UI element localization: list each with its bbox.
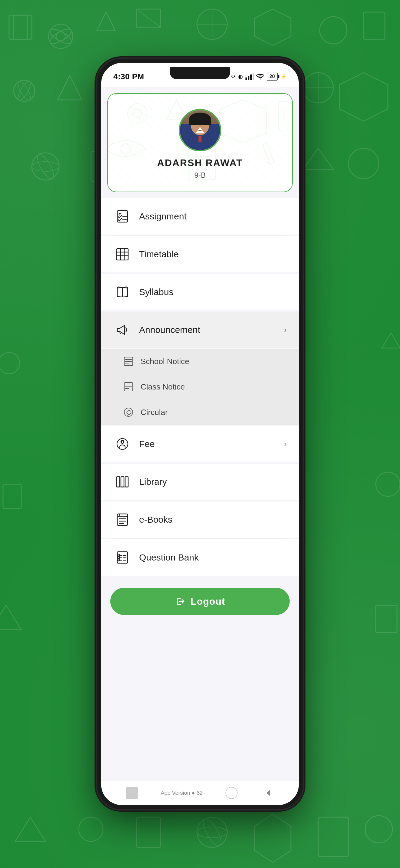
menu-list: Assignment Timetable xyxy=(101,198,299,576)
class-notice-label: Class Notice xyxy=(141,382,185,392)
svg-point-2 xyxy=(49,24,73,49)
menu-item-assignment[interactable]: Assignment xyxy=(101,198,299,235)
logout-section: Logout xyxy=(101,579,299,621)
separator-1 xyxy=(113,235,287,236)
logout-button[interactable]: Logout xyxy=(110,588,290,615)
separator-7 xyxy=(113,538,287,539)
svg-marker-27 xyxy=(339,73,388,121)
svg-point-94 xyxy=(124,408,133,416)
phone-screen: 4:30 PM ⟳ ◐ xyxy=(101,63,299,805)
svg-rect-109 xyxy=(117,552,127,563)
svg-rect-70 xyxy=(199,159,204,164)
menu-item-library[interactable]: Library xyxy=(101,464,299,500)
svg-marker-50 xyxy=(0,605,21,629)
assignment-label: Assignment xyxy=(139,211,287,221)
ebooks-label: e-Books xyxy=(139,515,287,525)
fee-label: Fee xyxy=(139,439,284,449)
separator-5 xyxy=(113,463,287,463)
assignment-icon xyxy=(113,207,132,225)
svg-marker-6 xyxy=(97,12,115,30)
logout-label: Logout xyxy=(191,596,225,607)
bottom-bar: App Version ● 62 xyxy=(101,781,299,805)
svg-point-65 xyxy=(283,109,292,123)
phone-frame: 4:30 PM ⟳ ◐ xyxy=(97,59,303,809)
school-notice-icon xyxy=(122,355,135,367)
svg-point-40 xyxy=(197,817,227,847)
syllabus-label: Syllabus xyxy=(139,287,287,297)
svg-rect-1 xyxy=(13,15,32,39)
svg-rect-0 xyxy=(9,15,27,39)
svg-point-13 xyxy=(13,80,35,101)
status-icons: ⟳ ◐ 20 xyxy=(231,73,287,81)
back-button[interactable] xyxy=(261,785,276,801)
library-icon xyxy=(113,473,132,491)
submenu-item-school-notice[interactable]: School Notice xyxy=(101,349,299,374)
syllabus-icon xyxy=(113,283,132,301)
svg-marker-35 xyxy=(303,148,333,169)
svg-point-46 xyxy=(0,352,20,374)
svg-point-36 xyxy=(348,148,379,179)
profile-section: ADARSH RAWAT 9-B xyxy=(107,93,293,192)
app-content[interactable]: ADARSH RAWAT 9-B xyxy=(101,87,299,781)
svg-point-42 xyxy=(200,816,224,848)
svg-marker-16 xyxy=(58,76,82,100)
menu-item-question-bank[interactable]: Question Bank xyxy=(101,539,299,576)
version-text: App Version ● 62 xyxy=(161,790,203,796)
svg-rect-99 xyxy=(117,477,120,487)
fee-icon xyxy=(113,435,132,453)
menu-item-announcement[interactable]: Announcement › xyxy=(101,312,299,348)
class-notice-icon xyxy=(122,381,135,393)
svg-marker-47 xyxy=(382,333,400,348)
svg-point-29 xyxy=(32,162,59,171)
orientation-icon: ⟳ xyxy=(231,73,236,80)
battery-icon: 20 ⚡ xyxy=(267,73,287,81)
do-not-disturb-icon: ◐ xyxy=(238,73,243,80)
svg-marker-37 xyxy=(15,817,46,841)
school-notice-label: School Notice xyxy=(141,357,189,366)
separator-4 xyxy=(113,425,287,425)
logout-icon xyxy=(175,596,186,607)
svg-point-49 xyxy=(376,472,400,496)
menu-item-syllabus[interactable]: Syllabus xyxy=(101,274,299,310)
svg-rect-53 xyxy=(248,76,249,80)
library-label: Library xyxy=(139,477,287,487)
svg-line-8 xyxy=(136,9,161,27)
svg-point-41 xyxy=(197,827,227,838)
svg-rect-69 xyxy=(192,159,197,164)
svg-point-45 xyxy=(365,816,393,843)
svg-rect-78 xyxy=(117,248,128,260)
svg-marker-43 xyxy=(255,814,291,863)
svg-rect-117 xyxy=(118,557,120,558)
svg-rect-71 xyxy=(206,159,211,164)
circular-label: Circular xyxy=(141,408,168,417)
fee-arrow: › xyxy=(284,439,287,449)
menu-item-fee[interactable]: Fee › xyxy=(101,426,299,462)
menu-item-ebooks[interactable]: e-Books xyxy=(101,501,299,538)
svg-point-61 xyxy=(127,105,148,121)
svg-rect-101 xyxy=(125,477,128,487)
timetable-icon xyxy=(113,245,132,263)
home-indicator xyxy=(124,785,139,801)
svg-point-30 xyxy=(34,152,57,181)
svg-rect-44 xyxy=(318,817,348,857)
submenu-item-class-notice[interactable]: Class Notice xyxy=(101,374,299,400)
submenu-item-circular[interactable]: Circular xyxy=(101,400,299,425)
svg-rect-48 xyxy=(3,484,21,508)
svg-rect-118 xyxy=(118,559,120,561)
svg-rect-54 xyxy=(250,74,252,80)
home-circle xyxy=(224,785,239,801)
announcement-submenu: School Notice Class Notice xyxy=(101,349,299,425)
separator-3 xyxy=(113,311,287,311)
separator-2 xyxy=(113,273,287,273)
notch xyxy=(170,67,230,79)
svg-rect-51 xyxy=(376,605,397,632)
signal-icon xyxy=(246,73,254,80)
svg-rect-100 xyxy=(121,477,124,487)
announcement-icon xyxy=(113,321,132,339)
wifi-icon xyxy=(256,73,264,80)
svg-point-28 xyxy=(32,153,59,180)
svg-rect-64 xyxy=(278,102,292,131)
svg-marker-119 xyxy=(266,790,270,796)
menu-item-timetable[interactable]: Timetable xyxy=(101,236,299,272)
svg-rect-55 xyxy=(253,73,254,80)
